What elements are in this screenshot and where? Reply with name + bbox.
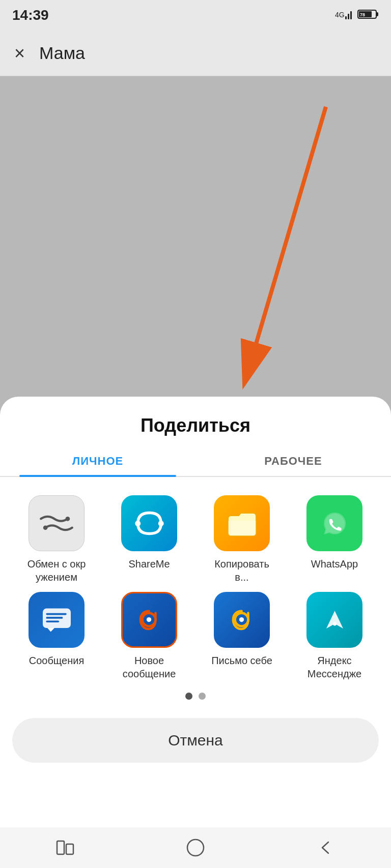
- messages-icon: [29, 592, 85, 648]
- messages-label: Сообщения: [29, 654, 85, 667]
- new-message-icon: [121, 592, 177, 648]
- svg-rect-17: [46, 617, 63, 619]
- status-bar: 14:39 4G 78: [0, 0, 391, 31]
- app-letter-self[interactable]: Письмо себе: [196, 592, 288, 680]
- app-new-message[interactable]: Новое сообщение: [103, 592, 196, 680]
- copy-icon: [214, 495, 270, 551]
- nav-home-button[interactable]: [180, 832, 211, 863]
- svg-point-27: [332, 622, 336, 625]
- copy-label: Копировать в...: [209, 557, 275, 584]
- new-message-label: Новое сообщение: [116, 654, 182, 680]
- pagination-dots: [185, 693, 206, 700]
- signal-icon: 4G: [335, 8, 353, 23]
- app-grid: Обмен с окр ужением ShareMe: [0, 495, 391, 680]
- shareme-label: ShareMe: [128, 557, 170, 571]
- svg-rect-5: [376, 12, 378, 16]
- svg-rect-16: [46, 613, 66, 615]
- app-obmen[interactable]: Обмен с окр ужением: [10, 495, 103, 584]
- svg-point-11: [43, 525, 48, 530]
- status-icons: 4G 78: [335, 8, 379, 23]
- svg-rect-29: [66, 844, 73, 854]
- svg-point-12: [135, 521, 141, 526]
- battery-icon: 78: [357, 9, 379, 22]
- page-title: Мама: [39, 43, 85, 63]
- nav-back-button[interactable]: [311, 832, 341, 863]
- letter-self-icon: [214, 592, 270, 648]
- svg-text:78: 78: [360, 12, 365, 17]
- whatsapp-label: WhatsApp: [311, 557, 358, 571]
- svg-point-20: [147, 617, 151, 622]
- svg-point-10: [66, 517, 70, 521]
- shareme-icon: [121, 495, 177, 551]
- app-copy[interactable]: Копировать в...: [196, 495, 288, 584]
- svg-rect-3: [350, 11, 352, 19]
- nav-bar: [0, 827, 391, 868]
- letter-self-label: Письмо себе: [211, 654, 272, 667]
- status-time: 14:39: [12, 7, 49, 23]
- nav-recent-button[interactable]: [50, 832, 80, 863]
- content-area: [0, 76, 391, 427]
- dot-2: [199, 693, 206, 700]
- svg-marker-26: [326, 611, 343, 628]
- whatsapp-icon: [306, 495, 362, 551]
- yandex-icon: [306, 592, 362, 648]
- close-button[interactable]: ×: [14, 43, 25, 64]
- sheet-title: Поделиться: [141, 415, 250, 436]
- obmen-label: Обмен с окр ужением: [23, 557, 90, 584]
- app-shareme[interactable]: ShareMe: [103, 495, 196, 584]
- tab-personal[interactable]: ЛИЧНОЕ: [0, 455, 196, 476]
- app-whatsapp[interactable]: WhatsApp: [288, 495, 381, 584]
- app-messages[interactable]: Сообщения: [10, 592, 103, 680]
- svg-point-23: [239, 617, 244, 622]
- cancel-button[interactable]: Отмена: [12, 718, 379, 763]
- yandex-label: Яндекс Мессендже: [301, 654, 368, 680]
- top-bar: × Мама: [0, 31, 391, 76]
- svg-point-30: [187, 840, 204, 856]
- svg-point-13: [158, 521, 163, 526]
- svg-rect-18: [46, 620, 59, 622]
- svg-text:4G: 4G: [335, 11, 345, 19]
- tabs-container: ЛИЧНОЕ РАБОЧЕЕ: [0, 455, 391, 477]
- bottom-sheet: Поделиться ЛИЧНОЕ РАБОЧЕЕ Обмен с окр уж…: [0, 397, 391, 827]
- tab-work[interactable]: РАБОЧЕЕ: [196, 455, 391, 476]
- svg-rect-1: [345, 16, 347, 19]
- svg-rect-28: [57, 841, 64, 854]
- app-yandex[interactable]: Яндекс Мессендже: [288, 592, 381, 680]
- obmen-icon: [29, 495, 85, 551]
- svg-rect-2: [348, 14, 349, 19]
- dot-1: [185, 693, 192, 700]
